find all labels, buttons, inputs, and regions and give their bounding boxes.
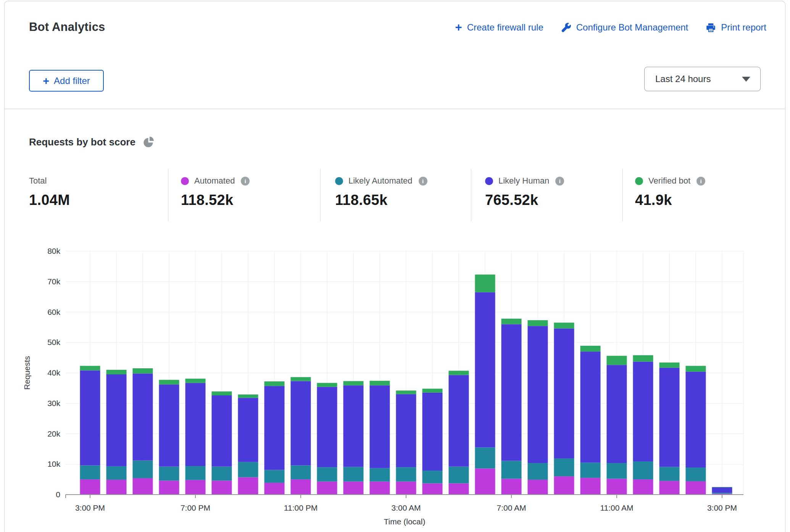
- bar-segment-verified-bot[interactable]: [80, 366, 100, 371]
- bar-segment-likely-human[interactable]: [106, 374, 127, 466]
- bar-segment-likely-human[interactable]: [238, 398, 258, 462]
- bar-segment-automated[interactable]: [422, 483, 443, 495]
- info-icon[interactable]: i: [555, 177, 564, 185]
- bar-segment-verified-bot[interactable]: [422, 389, 443, 392]
- bar-segment-automated[interactable]: [554, 476, 574, 495]
- bar-segment-likely-automated[interactable]: [475, 447, 495, 468]
- bar-segment-likely-human[interactable]: [133, 374, 153, 461]
- bar-segment-likely-automated[interactable]: [133, 461, 153, 478]
- bar-segment-likely-automated[interactable]: [264, 470, 285, 482]
- bar-segment-likely-human[interactable]: [449, 375, 469, 467]
- bar-segment-likely-human[interactable]: [317, 387, 337, 468]
- bar-segment-likely-automated[interactable]: [633, 461, 653, 479]
- bar-segment-verified-bot[interactable]: [686, 366, 706, 372]
- bar-segment-verified-bot[interactable]: [370, 381, 390, 385]
- configure-bot-management-link[interactable]: Configure Bot Management: [561, 22, 688, 33]
- bar-segment-automated[interactable]: [475, 468, 495, 495]
- bar-segment-likely-automated[interactable]: [238, 462, 258, 477]
- bar-segment-likely-automated[interactable]: [212, 467, 232, 481]
- bar-segment-likely-automated[interactable]: [501, 461, 522, 479]
- bar-segment-automated[interactable]: [607, 479, 627, 495]
- bar-segment-likely-human[interactable]: [659, 368, 680, 467]
- bar-segment-likely-automated[interactable]: [185, 466, 206, 480]
- info-icon[interactable]: i: [241, 177, 250, 185]
- bar-segment-automated[interactable]: [264, 483, 285, 495]
- bar-segment-likely-automated[interactable]: [80, 465, 100, 479]
- bar-segment-likely-human[interactable]: [633, 361, 653, 461]
- bar-segment-likely-automated[interactable]: [291, 465, 311, 479]
- bar-segment-likely-automated[interactable]: [659, 467, 680, 481]
- bar-segment-verified-bot[interactable]: [291, 377, 311, 381]
- bar-segment-automated[interactable]: [238, 477, 258, 495]
- bar-segment-automated[interactable]: [133, 478, 153, 495]
- bar-segment-likely-automated[interactable]: [607, 463, 627, 479]
- bar-segment-verified-bot[interactable]: [317, 383, 337, 387]
- bar-segment-verified-bot[interactable]: [528, 320, 548, 326]
- bar-segment-verified-bot[interactable]: [212, 392, 232, 395]
- bar-segment-automated[interactable]: [159, 480, 179, 495]
- bar-segment-likely-human[interactable]: [528, 326, 548, 463]
- bar-segment-likely-human[interactable]: [686, 372, 706, 468]
- bar-segment-automated[interactable]: [449, 483, 469, 495]
- bar-segment-likely-human[interactable]: [475, 292, 495, 448]
- bar-segment-likely-human[interactable]: [554, 329, 574, 459]
- bar-segment-verified-bot[interactable]: [501, 319, 522, 324]
- bar-segment-verified-bot[interactable]: [712, 487, 732, 487]
- bar-segment-automated[interactable]: [317, 482, 337, 495]
- bar-segment-automated[interactable]: [528, 480, 548, 495]
- bar-segment-likely-automated[interactable]: [159, 467, 179, 481]
- bar-segment-verified-bot[interactable]: [475, 274, 495, 292]
- bar-segment-likely-human[interactable]: [159, 384, 179, 466]
- time-range-select[interactable]: Last 24 hours: [644, 67, 761, 91]
- info-icon[interactable]: i: [419, 177, 427, 185]
- bar-segment-automated[interactable]: [396, 482, 416, 495]
- bar-segment-likely-human[interactable]: [212, 395, 232, 467]
- bar-segment-likely-automated[interactable]: [317, 467, 337, 481]
- bar-segment-likely-human[interactable]: [80, 371, 100, 466]
- bar-segment-automated[interactable]: [712, 494, 732, 495]
- bar-segment-verified-bot[interactable]: [633, 355, 653, 362]
- print-report-link[interactable]: Print report: [706, 22, 766, 33]
- bar-segment-likely-human[interactable]: [343, 385, 364, 467]
- bar-segment-likely-automated[interactable]: [370, 468, 390, 482]
- bar-segment-likely-human[interactable]: [580, 351, 601, 463]
- bar-segment-automated[interactable]: [686, 481, 706, 495]
- bar-segment-automated[interactable]: [659, 481, 680, 495]
- bar-segment-verified-bot[interactable]: [264, 381, 285, 386]
- bar-segment-likely-human[interactable]: [607, 365, 627, 463]
- bar-segment-likely-automated[interactable]: [106, 466, 127, 480]
- bar-segment-likely-automated[interactable]: [580, 463, 601, 478]
- bar-segment-automated[interactable]: [212, 480, 232, 495]
- bar-segment-automated[interactable]: [580, 478, 601, 495]
- info-icon[interactable]: i: [696, 177, 705, 185]
- bar-segment-likely-automated[interactable]: [712, 493, 732, 493]
- bar-segment-likely-human[interactable]: [185, 383, 206, 466]
- bar-segment-likely-automated[interactable]: [422, 471, 443, 483]
- bar-segment-verified-bot[interactable]: [159, 380, 179, 384]
- bar-segment-automated[interactable]: [185, 480, 206, 495]
- bar-segment-likely-automated[interactable]: [686, 468, 706, 481]
- bar-segment-verified-bot[interactable]: [133, 368, 153, 374]
- bar-segment-verified-bot[interactable]: [580, 346, 601, 351]
- bar-segment-automated[interactable]: [633, 479, 653, 495]
- bar-segment-verified-bot[interactable]: [343, 381, 364, 385]
- bar-segment-likely-automated[interactable]: [528, 463, 548, 480]
- bar-segment-automated[interactable]: [343, 482, 364, 495]
- bar-segment-verified-bot[interactable]: [238, 395, 258, 398]
- bar-segment-likely-automated[interactable]: [343, 467, 364, 481]
- bar-segment-likely-human[interactable]: [291, 381, 311, 466]
- bar-segment-likely-human[interactable]: [422, 393, 443, 471]
- bar-segment-verified-bot[interactable]: [449, 371, 469, 375]
- create-firewall-rule-link[interactable]: + Create firewall rule: [455, 22, 543, 33]
- bar-segment-verified-bot[interactable]: [185, 379, 206, 383]
- bar-segment-automated[interactable]: [106, 480, 127, 495]
- bar-segment-likely-automated[interactable]: [449, 467, 469, 484]
- bar-segment-automated[interactable]: [291, 479, 311, 495]
- bar-segment-likely-automated[interactable]: [554, 458, 574, 476]
- bar-segment-likely-automated[interactable]: [396, 467, 416, 481]
- bar-segment-likely-human[interactable]: [370, 385, 390, 468]
- bar-segment-verified-bot[interactable]: [396, 390, 416, 394]
- bar-segment-likely-human[interactable]: [264, 386, 285, 470]
- bar-segment-verified-bot[interactable]: [607, 356, 627, 365]
- bar-segment-likely-human[interactable]: [501, 324, 522, 461]
